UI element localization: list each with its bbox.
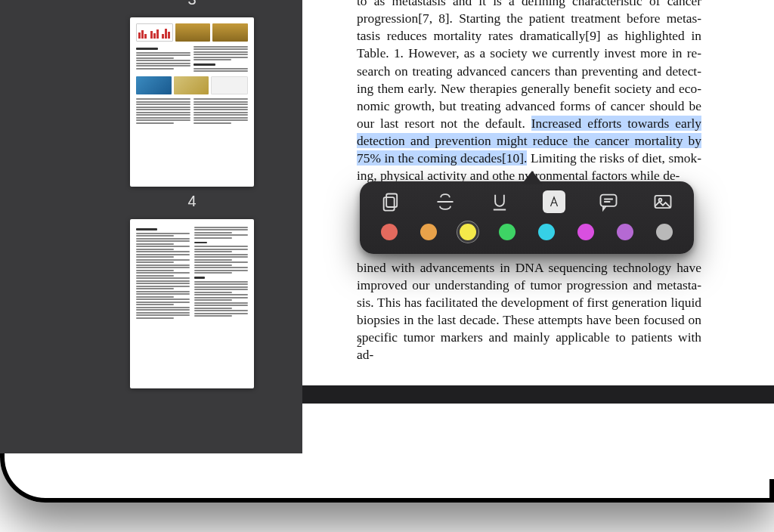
page-thumbnail-4[interactable]: [130, 219, 254, 388]
sidebar-gutter: [0, 0, 82, 453]
device-screen: 3: [0, 0, 774, 503]
page-thumbnail-3[interactable]: [130, 17, 254, 187]
next-page-edge: [302, 385, 774, 461]
thumb-label-4: 4: [82, 193, 302, 210]
image-icon[interactable]: [652, 190, 674, 213]
strikethrough-icon[interactable]: [434, 190, 457, 213]
color-swatch[interactable]: [381, 224, 398, 240]
popover-tools-row: [376, 190, 677, 213]
popover-colors-row: [376, 224, 677, 240]
annotation-popover: [360, 181, 694, 254]
copy-icon[interactable]: [379, 190, 402, 213]
svg-rect-2: [601, 195, 617, 206]
popover-caret: [522, 171, 543, 184]
color-swatch[interactable]: [538, 224, 555, 240]
color-swatch[interactable]: [656, 224, 673, 240]
color-swatch[interactable]: [577, 224, 594, 240]
page-number: 2: [357, 337, 362, 351]
color-swatch[interactable]: [499, 224, 515, 240]
thumb-label-3: 3: [82, 0, 302, 8]
color-swatch[interactable]: [420, 224, 437, 240]
highlight-icon[interactable]: [543, 190, 565, 213]
app-frame: 3: [0, 0, 774, 532]
color-swatch[interactable]: [460, 224, 476, 240]
svg-rect-0: [386, 194, 397, 208]
color-swatch[interactable]: [617, 224, 633, 240]
underline-icon[interactable]: [488, 190, 511, 213]
sidebar-inner[interactable]: 3: [82, 0, 302, 427]
svg-rect-1: [384, 197, 395, 211]
comment-icon[interactable]: [597, 190, 620, 213]
body-text: to as metastasis and it is a defining ch…: [357, 0, 701, 131]
body-text: bined with advancements in DNA sequencin…: [357, 260, 701, 363]
thumbnail-sidebar: 3: [0, 0, 302, 453]
